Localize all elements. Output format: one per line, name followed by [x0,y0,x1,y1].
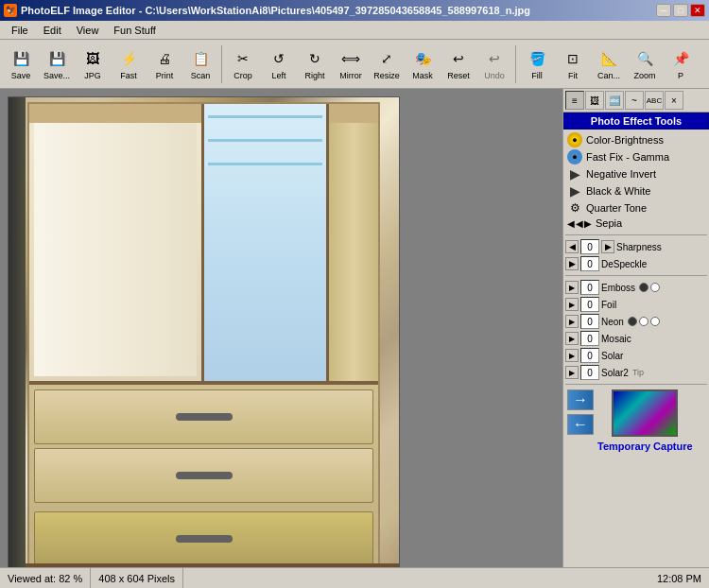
drawer-handle-1 [176,413,233,421]
print-icon: 🖨 [153,47,176,70]
fridge-body [27,102,380,567]
p-button[interactable]: 📌 P [664,43,698,86]
fill-button[interactable]: 🪣 Fill [520,43,554,86]
panel-abc-icon[interactable]: ABC [645,91,664,110]
emboss-radio-2[interactable] [650,283,660,292]
resize-icon: ⤢ [375,47,398,70]
black-white-item[interactable]: ▶ Black & White [565,182,707,199]
capture-section: → ← Temporary Capture [563,388,709,454]
foil-arrow[interactable]: ▶ [565,298,579,311]
save-icon: 💾 [9,47,32,70]
menu-view[interactable]: View [69,23,107,38]
rotate-right-button[interactable]: ↻ Right [298,43,332,86]
image-area [0,89,562,567]
despeckle-decrease-button[interactable]: ▶ [565,257,579,270]
image-display [9,97,399,567]
color-brightness-item[interactable]: ● Color-Brightness [565,131,707,148]
neon-arrow[interactable]: ▶ [565,315,579,328]
reset-icon: ↩ [447,47,470,70]
neon-radio-1[interactable] [628,317,637,326]
toolbar-separator-1 [221,45,222,83]
rotate-right-icon: ↻ [303,47,326,70]
quarter-tone-item[interactable]: ⚙ Quarter Tone [565,199,707,216]
solar2-row: ▶ 0 Solar2 Tip [563,364,709,381]
right-panel: ≡ 🖼 🔤 ~ ABC × Photo Effect Tools ● Color… [562,89,709,567]
title-bar-buttons: ─ □ ✕ [656,4,705,17]
panel-wave-icon[interactable]: ~ [625,91,644,110]
panel-divider-1 [565,234,707,235]
solar-arrow[interactable]: ▶ [565,349,579,362]
mask-button[interactable]: 🎭 Mask [406,43,440,86]
canvas-button[interactable]: 📐 Can... [592,43,626,86]
sepia-item[interactable]: ◀ ◀ ▶ Sepia [565,216,707,230]
undo-button[interactable]: ↩ Undo [477,43,511,86]
zoom-button[interactable]: 🔍 Zoom [628,43,662,86]
emboss-arrow[interactable]: ▶ [565,281,579,294]
dimensions-status: 408 x 604 Pixels [91,568,183,588]
print-button[interactable]: 🖨 Print [147,43,182,86]
maximize-button[interactable]: □ [673,4,688,17]
panel-divider-3 [565,384,707,385]
status-bar: Viewed at: 82 % 408 x 604 Pixels 12:08 P… [0,567,709,588]
panel-menu-icon[interactable]: ≡ [565,91,584,110]
solar2-arrow[interactable]: ▶ [565,366,579,379]
effect-list: ● Color-Brightness ● Fast Fix - Gamma ▶ … [563,130,709,232]
mosaic-value: 0 [580,331,599,346]
mosaic-label: Mosaic [601,334,631,344]
neon-radio-2[interactable] [639,317,648,326]
fast-fix-icon: ● [567,149,582,164]
capture-forward-button[interactable]: → [567,389,594,410]
time-status: 12:08 PM [649,568,709,588]
emboss-radio-1[interactable] [639,283,648,292]
solar2-label: Solar2 [601,368,629,378]
reset-button[interactable]: ↩ Reset [441,43,476,86]
main-toolbar: 💾 Save 💾 Save... 🖼 JPG ⚡ Fast 🖨 Print 📋 … [0,40,709,89]
mirror-button[interactable]: ⟺ Mirror [334,43,368,86]
panel-close-icon[interactable]: × [665,91,683,110]
neon-value: 0 [580,314,599,329]
negative-invert-item[interactable]: ▶ Negative Invert [565,165,707,182]
fast-button[interactable]: ⚡ Fast [112,43,146,86]
menu-fun-stuff[interactable]: Fun Stuff [106,23,163,38]
minimize-button[interactable]: ─ [656,4,671,17]
save-button[interactable]: 💾 Save [4,43,38,86]
emboss-label: Emboss [601,283,635,293]
jpg-icon: 🖼 [81,47,104,70]
mosaic-arrow[interactable]: ▶ [565,332,579,345]
crop-button[interactable]: ✂ Crop [226,43,260,86]
save-as-button[interactable]: 💾 Save... [40,43,74,86]
floor-area [9,563,399,567]
resize-button[interactable]: ⤢ Resize [370,43,404,86]
panel-image-icon[interactable]: 🖼 [585,91,604,110]
tip-label: Tip [632,368,644,377]
panel-text-icon[interactable]: 🔤 [605,91,624,110]
rotate-left-button[interactable]: ↺ Left [262,43,296,86]
fast-icon: ⚡ [117,47,140,70]
rotate-left-icon: ↺ [268,47,290,70]
sharpness-label: Sharpness [616,242,707,252]
neon-radio-3[interactable] [650,317,660,326]
fit-button[interactable]: ⊡ Fit [556,43,590,86]
close-button[interactable]: ✕ [690,4,705,17]
mirror-icon: ⟺ [339,47,362,70]
p-icon: 📌 [669,47,692,70]
menu-file[interactable]: File [4,23,36,38]
sharpness-increase-button[interactable]: ▶ [601,240,614,253]
despeckle-value: 0 [580,256,599,271]
canvas-icon: 📐 [597,47,620,70]
fast-fix-gamma-item[interactable]: ● Fast Fix - Gamma [565,148,707,165]
neon-row: ▶ 0 Neon [563,313,709,330]
toolbar-separator-2 [515,45,516,83]
sharpness-decrease-button[interactable]: ◀ [565,240,579,253]
solar-label: Solar [601,351,623,361]
capture-preview [612,389,678,437]
menu-edit[interactable]: Edit [36,23,69,38]
solar2-value: 0 [580,365,599,380]
jpg-button[interactable]: 🖼 JPG [76,43,110,86]
scan-button[interactable]: 📋 Scan [183,43,217,86]
fit-icon: ⊡ [562,47,584,70]
capture-back-button[interactable]: ← [567,414,594,435]
panel-divider-2 [565,275,707,276]
main-content: ≡ 🖼 🔤 ~ ABC × Photo Effect Tools ● Color… [0,89,709,567]
window-title: PhotoELF Image Editor - C:\Users\WorkSta… [21,5,530,16]
